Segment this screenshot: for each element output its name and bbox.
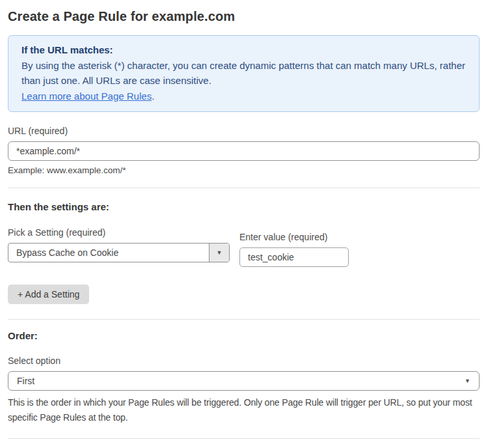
setting-select-arrow-button[interactable]: ▼ [209, 244, 229, 262]
url-field-label: URL (required) [8, 126, 480, 136]
order-select-label: Select option [8, 356, 480, 366]
pick-setting-label: Pick a Setting (required) [8, 227, 230, 238]
chevron-down-icon: ▼ [217, 250, 223, 256]
info-box-heading: If the URL matches: [21, 42, 466, 58]
divider [8, 438, 480, 439]
url-helper-text: Example: www.example.com/* [8, 165, 480, 175]
order-helper-text: This is the order in which your Page Rul… [8, 395, 480, 425]
learn-more-link[interactable]: Learn more about Page Rules [21, 91, 152, 102]
order-select-value: First [17, 376, 34, 386]
enter-value-label: Enter value (required) [239, 232, 349, 242]
divider [8, 188, 480, 188]
divider [8, 319, 480, 320]
setting-row: Pick a Setting (required) Bypass Cache o… [8, 227, 480, 267]
order-select[interactable]: First ▼ [8, 371, 480, 391]
setting-select[interactable]: Bypass Cache on Cookie ▼ [8, 243, 230, 262]
chevron-down-icon: ▼ [465, 378, 470, 384]
info-box-body: By using the asterisk (*) character, you… [21, 58, 466, 89]
add-setting-button[interactable]: + Add a Setting [8, 285, 89, 304]
settings-section-heading: Then the settings are: [8, 201, 480, 212]
setting-select-value: Bypass Cache on Cookie [8, 244, 209, 262]
url-input[interactable] [8, 141, 480, 161]
page-title: Create a Page Rule for example.com [8, 9, 480, 24]
enter-value-column: Enter value (required) [239, 232, 349, 267]
link-suffix: . [152, 91, 154, 102]
pick-setting-column: Pick a Setting (required) Bypass Cache o… [8, 227, 230, 262]
url-matches-info-box: If the URL matches: By using the asteris… [8, 35, 480, 112]
create-page-rule-form: Create a Page Rule for example.com If th… [0, 0, 488, 448]
setting-value-input[interactable] [239, 247, 349, 267]
info-box-link-line: Learn more about Page Rules. [21, 89, 466, 104]
order-section-heading: Order: [8, 330, 480, 341]
